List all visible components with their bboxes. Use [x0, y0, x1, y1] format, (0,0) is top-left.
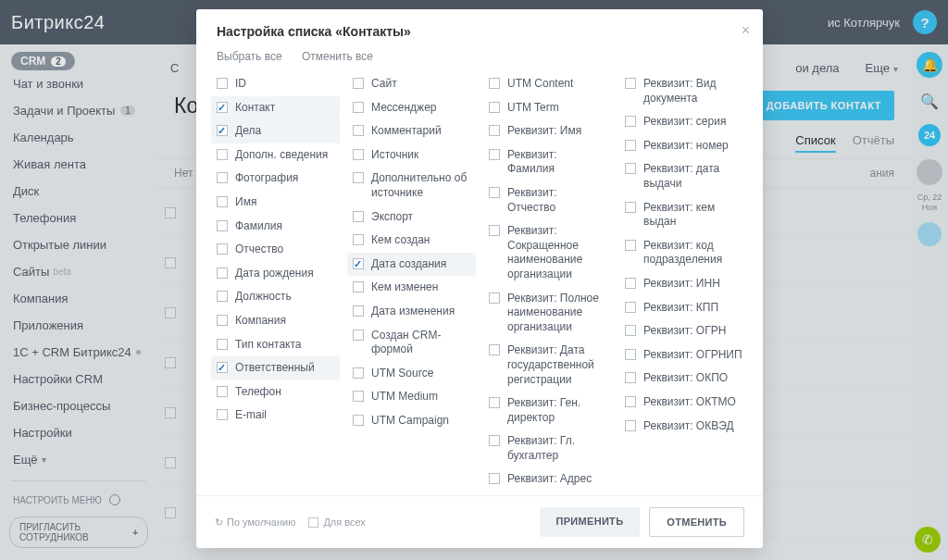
column-option[interactable]: Реквизит: Имя — [483, 119, 612, 143]
column-option[interactable]: Реквизит: КПП — [619, 296, 748, 320]
column-option[interactable]: Кем изменен — [347, 276, 476, 300]
column-option-label: Компания — [235, 314, 286, 329]
checkbox-icon — [489, 344, 500, 355]
column-option[interactable]: Реквизит: Вид документа — [619, 72, 748, 110]
checkbox-icon — [489, 435, 500, 446]
column-option[interactable]: Реквизит: ОКПО — [619, 367, 748, 391]
column-option[interactable]: Кем создан — [347, 229, 476, 253]
checkbox-icon — [489, 292, 500, 304]
column-option[interactable]: Реквизит: ОГРНИП — [619, 343, 748, 367]
checkbox-icon — [217, 149, 228, 160]
column-option[interactable]: Комментарий — [347, 119, 476, 143]
column-option[interactable]: Реквизит: номер — [619, 134, 748, 158]
checkbox-icon — [353, 391, 364, 402]
checkbox-icon — [217, 339, 228, 350]
column-option-label: E-mail — [235, 408, 267, 423]
checkbox-icon — [489, 102, 500, 113]
column-option[interactable]: Имя — [211, 191, 340, 215]
column-option-label: Реквизит: Вид документа — [643, 77, 742, 106]
column-option[interactable]: Реквизит: код подразделения — [619, 234, 748, 272]
column-option[interactable]: UTM Campaign — [347, 409, 476, 433]
column-option[interactable]: Источник — [347, 143, 476, 168]
column-option[interactable]: UTM Source — [347, 362, 476, 386]
column-option[interactable]: Должность — [211, 285, 340, 309]
column-option[interactable]: Реквизит: Полное наименование организаци… — [483, 287, 612, 340]
checkbox-icon — [353, 125, 364, 136]
checkbox-icon — [625, 372, 636, 383]
checkbox-icon — [489, 225, 500, 236]
column-option[interactable]: Реквизит: ИНН — [619, 272, 748, 296]
column-option-label: Дата рождения — [235, 267, 314, 281]
cancel-button[interactable]: ОТМЕНИТЬ — [649, 507, 744, 537]
column-option[interactable]: Реквизит: кем выдан — [619, 196, 748, 234]
column-option[interactable]: Отчество — [211, 238, 340, 262]
checkbox-icon — [625, 302, 636, 313]
checkbox-icon — [217, 268, 228, 279]
column-option[interactable]: Реквизит: дата выдачи — [619, 157, 748, 195]
column-option[interactable]: Создан CRM-формой — [347, 324, 476, 362]
column-option[interactable]: Дела — [211, 119, 340, 143]
checkbox-icon — [625, 140, 636, 151]
checkbox-icon — [625, 163, 636, 174]
column-option[interactable]: UTM Content — [483, 72, 612, 96]
checkbox-icon — [625, 202, 636, 213]
column-option[interactable]: Реквизит: Сокращенное наименование орган… — [483, 219, 612, 286]
column-option[interactable]: Реквизит: Отчество — [483, 181, 612, 219]
reset-link[interactable]: По умолчанию — [215, 516, 295, 529]
column-option[interactable]: Компания — [211, 309, 340, 333]
column-option[interactable]: Фамилия — [211, 215, 340, 239]
checkbox-icon — [489, 187, 500, 198]
column-option[interactable]: Дата изменения — [347, 300, 476, 324]
column-option[interactable]: Ответственный — [211, 356, 340, 380]
column-option[interactable]: Мессенджер — [347, 96, 476, 120]
checkbox-icon — [217, 102, 228, 113]
column-option[interactable]: Реквизит: Гл. бухгалтер — [483, 429, 612, 467]
column-option-label: Реквизит: Адрес — [507, 472, 592, 487]
column-option[interactable]: Реквизит: серия — [619, 110, 748, 134]
column-option[interactable]: Реквизит: ОКТМО — [619, 391, 748, 415]
checkbox-icon — [217, 409, 228, 420]
column-option[interactable]: UTM Medium — [347, 385, 476, 409]
column-option[interactable]: Дата рождения — [211, 262, 340, 286]
column-option-label: Дополн. сведения — [235, 148, 328, 163]
column-option-label: Реквизит: ОГРНИП — [643, 348, 742, 363]
checkbox-icon — [353, 305, 364, 317]
checkbox-icon — [625, 240, 636, 251]
column-option[interactable]: Реквизит: Дата государственной регистрац… — [483, 339, 612, 392]
column-option[interactable]: Реквизит: Фамилия — [483, 143, 612, 181]
deselect-all-link[interactable]: Отменить все — [302, 50, 373, 63]
column-option[interactable]: Реквизит: ОГРН — [619, 319, 748, 343]
column-option[interactable]: UTM Term — [483, 96, 612, 120]
checkbox-icon — [353, 258, 364, 269]
apply-button[interactable]: ПРИМЕНИТЬ — [540, 507, 641, 537]
checkbox-icon — [353, 234, 364, 245]
column-option-label: Реквизит: номер — [643, 139, 729, 154]
select-all-link[interactable]: Выбрать все — [217, 50, 282, 63]
column-option[interactable]: E-mail — [211, 404, 340, 428]
column-option-label: Создан CRM-формой — [371, 329, 470, 357]
column-option-label: Дополнительно об источнике — [371, 171, 470, 200]
column-option[interactable]: Телефон — [211, 380, 340, 404]
column-option-label: Реквизит: Имя — [507, 124, 581, 139]
column-option[interactable]: Дополн. сведения — [211, 143, 340, 168]
column-option[interactable]: Реквизит: ОКВЭД — [619, 415, 748, 439]
for-all-checkbox[interactable]: Для всех — [308, 516, 365, 528]
column-option[interactable]: Реквизит: Ген. директор — [483, 392, 612, 429]
column-option[interactable]: Тип контакта — [211, 333, 340, 357]
column-option[interactable]: ID — [211, 72, 340, 96]
column-option-label: Реквизит: Гл. бухгалтер — [507, 434, 606, 463]
checkbox-icon — [217, 386, 228, 397]
column-option-label: Реквизит: кем выдан — [643, 201, 742, 230]
column-option[interactable]: Сайт — [347, 72, 476, 96]
column-option[interactable]: Фотография — [211, 167, 340, 191]
checkbox-icon — [217, 125, 228, 136]
column-option[interactable]: Дата создания — [347, 253, 476, 277]
close-icon[interactable]: × — [742, 22, 750, 39]
column-option[interactable]: Экспорт — [347, 205, 476, 230]
column-option-label: Комментарий — [371, 124, 442, 139]
column-option[interactable]: Реквизит: Адрес — [483, 467, 612, 492]
checkbox-icon — [353, 102, 364, 113]
column-option[interactable]: Дополнительно об источнике — [347, 167, 476, 205]
column-option[interactable]: Контакт — [211, 96, 340, 120]
column-option-label: Реквизит: дата выдачи — [643, 162, 742, 191]
